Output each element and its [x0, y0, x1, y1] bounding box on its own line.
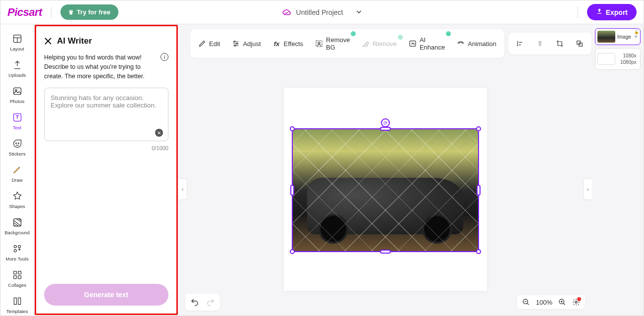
panel-description: Helping you to find words that wow! Desc…: [44, 53, 168, 81]
animation-button[interactable]: Animation: [452, 36, 501, 52]
image-content: [293, 129, 478, 251]
resize-handle-br[interactable]: [476, 249, 481, 254]
draw-icon: [12, 164, 23, 175]
resize-handle-mr[interactable]: [477, 185, 481, 196]
resize-handle-tl[interactable]: [290, 126, 295, 131]
align-button[interactable]: [511, 36, 529, 52]
nav-background[interactable]: Background: [3, 214, 31, 239]
adjust-button[interactable]: Adjust: [227, 36, 266, 52]
layer-canvas[interactable]: 1080x 1080px: [595, 48, 641, 70]
nav-draw[interactable]: Draw: [3, 161, 31, 187]
clear-input-icon[interactable]: ✕: [155, 129, 163, 137]
try-for-free-button[interactable]: ♛ Try for free: [60, 4, 118, 20]
rotate-handle[interactable]: ⟳: [381, 118, 390, 127]
toolbar-group-edit: Edit Adjust fx Effects Remove BG: [190, 29, 504, 58]
prompt-box: ✕: [44, 88, 168, 141]
zoom-level[interactable]: 100%: [536, 299, 552, 306]
svg-rect-13: [18, 276, 21, 279]
panel-title: AI Writer: [57, 36, 92, 46]
panel-header: AI Writer: [44, 36, 168, 46]
resize-handle-bl[interactable]: [290, 249, 295, 254]
remove-bg-icon: [315, 40, 323, 48]
eye-icon[interactable]: 👁: [634, 35, 639, 39]
expand-layers-button[interactable]: ›: [583, 178, 592, 200]
zoom-out-button[interactable]: [522, 298, 530, 306]
crop-button[interactable]: [551, 36, 569, 52]
nav-templates[interactable]: Templates: [3, 293, 31, 316]
new-badge: [446, 31, 451, 36]
bottom-bar: 100%: [185, 294, 585, 311]
nav-stickers[interactable]: Stickers: [3, 135, 31, 160]
photos-icon: [12, 86, 23, 97]
nav-uploads[interactable]: Uploads: [3, 56, 31, 82]
resize-handle-mb[interactable]: [380, 250, 391, 254]
resize-handle-tr[interactable]: [476, 126, 481, 131]
svg-point-16: [235, 45, 236, 47]
lock-icon[interactable]: 🔓: [634, 30, 639, 34]
collages-icon: [12, 269, 23, 280]
project-title-area[interactable]: Untitled Project: [282, 8, 362, 17]
nav-layout[interactable]: Layout: [3, 30, 31, 55]
zoom-controls: 100%: [517, 295, 585, 309]
svg-point-14: [234, 41, 235, 43]
prompt-input[interactable]: [51, 94, 162, 124]
close-icon[interactable]: [44, 37, 52, 45]
ai-enhance-button[interactable]: AI Enhance: [404, 32, 450, 55]
edit-button[interactable]: Edit: [193, 36, 225, 52]
resize-handle-ml[interactable]: [290, 185, 294, 196]
edit-icon: [198, 40, 206, 48]
svg-point-24: [575, 301, 577, 303]
notification-dot: [577, 297, 581, 301]
export-label: Export: [606, 8, 628, 16]
resize-handle-mt[interactable]: [380, 127, 391, 131]
remove-bg-button[interactable]: Remove BG: [310, 32, 355, 55]
canvas-dimensions: 1080x 1080px: [617, 51, 640, 67]
artboard[interactable]: ⟳: [284, 88, 487, 291]
adjust-icon: [232, 40, 240, 48]
settings-button[interactable]: [572, 298, 580, 306]
effects-button[interactable]: fx Effects: [268, 36, 309, 52]
ai-writer-panel: AI Writer Helping you to find words that…: [35, 25, 178, 315]
animation-icon: [457, 40, 465, 48]
context-toolbar: Edit Adjust fx Effects Remove BG: [178, 24, 592, 63]
svg-point-18: [318, 42, 320, 44]
background-icon: [12, 217, 23, 228]
collapse-panel-button[interactable]: ‹: [178, 178, 187, 200]
layer-label: Image: [617, 34, 631, 40]
layer-image[interactable]: Image 🔓 👁: [595, 28, 641, 45]
text-icon: [12, 112, 23, 123]
nav-text[interactable]: Text: [3, 109, 31, 134]
nav-photos[interactable]: Photos: [3, 83, 31, 108]
top-bar: Picsart ♛ Try for free Untitled Project …: [0, 0, 644, 24]
layer-mini-icons: 🔓 👁: [634, 30, 639, 39]
layer-order-button[interactable]: [571, 36, 589, 52]
selected-image[interactable]: ⟳: [292, 128, 479, 252]
templates-icon: [12, 296, 23, 307]
undo-button[interactable]: [189, 297, 200, 308]
layer-thumb: [597, 53, 615, 65]
redo-button[interactable]: [205, 297, 216, 308]
undo-redo-group: [185, 294, 220, 311]
info-icon[interactable]: i: [161, 53, 168, 61]
nav-shapes[interactable]: Shapes: [3, 188, 31, 213]
svg-rect-21: [579, 43, 583, 47]
chevron-down-icon[interactable]: [356, 8, 362, 16]
svg-point-15: [237, 43, 238, 45]
ai-enhance-icon: [409, 40, 417, 48]
svg-point-7: [14, 245, 16, 248]
export-button[interactable]: Export: [587, 4, 637, 20]
svg-point-8: [18, 245, 20, 248]
nav-collages[interactable]: Collages: [3, 266, 31, 292]
stickers-icon: [12, 138, 23, 149]
canvas-stage[interactable]: ‹ ⟳: [178, 63, 592, 316]
generate-text-button[interactable]: Generate text: [44, 284, 168, 306]
align-icon: [516, 40, 524, 48]
upload-icon: [12, 59, 23, 70]
left-nav: Layout Uploads Photos Text Stickers Draw: [0, 24, 34, 316]
link-icon: [536, 40, 544, 48]
more-tools-icon: [12, 243, 23, 254]
nav-more-tools[interactable]: More Tools: [3, 240, 31, 265]
link-button[interactable]: [531, 36, 549, 52]
zoom-in-button[interactable]: [558, 298, 566, 306]
logo[interactable]: Picsart: [7, 6, 42, 19]
